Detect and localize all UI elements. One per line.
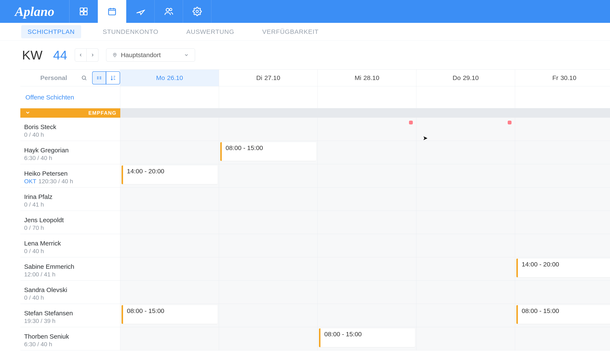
- shift[interactable]: 14:00 - 20:00: [122, 166, 217, 184]
- day-header-fr[interactable]: Fr30.10: [515, 69, 610, 86]
- person-cell[interactable]: Lena Merrick 0 / 40 h: [20, 234, 120, 257]
- next-week-button[interactable]: [87, 49, 98, 62]
- shift-cell[interactable]: [515, 187, 610, 211]
- view-toggle-expand[interactable]: [92, 71, 106, 84]
- view-toggle-sort[interactable]: [106, 71, 120, 84]
- shift-cell[interactable]: [515, 327, 610, 351]
- shift-cell[interactable]: [120, 118, 219, 141]
- shift-cell[interactable]: [219, 164, 318, 187]
- shift-cell[interactable]: [416, 304, 515, 327]
- shift-cell[interactable]: [318, 281, 416, 304]
- nav-dashboard[interactable]: [69, 0, 98, 23]
- person-cell[interactable]: Sabine Emmerich 12:00 / 41 h: [20, 257, 120, 281]
- nav-absences[interactable]: [126, 0, 155, 23]
- shift-cell[interactable]: 08:00 - 15:00: [318, 327, 416, 351]
- day-header-mo[interactable]: Mo26.10: [120, 69, 219, 86]
- shift-cell[interactable]: [416, 234, 515, 257]
- person-cell[interactable]: Sandra Olevski 0 / 40 h: [20, 281, 120, 304]
- shift-cell[interactable]: [416, 164, 515, 187]
- shift-cell[interactable]: [318, 304, 416, 327]
- shift-cell[interactable]: [318, 257, 416, 281]
- shift-cell[interactable]: [416, 327, 515, 351]
- shift-cell[interactable]: [219, 234, 318, 257]
- shift-cell[interactable]: [416, 211, 515, 234]
- shift-cell[interactable]: [219, 304, 318, 327]
- person-cell[interactable]: Thorben Seniuk 6:30 / 40 h: [20, 327, 120, 351]
- person-cell[interactable]: Hayk Gregorian 6:30 / 40 h: [20, 141, 120, 164]
- shift[interactable]: 14:00 - 20:00: [516, 259, 610, 277]
- shift-cell[interactable]: [318, 118, 416, 141]
- shift-cell[interactable]: 08:00 - 15:00: [515, 304, 610, 327]
- week-number: 44: [53, 48, 67, 62]
- shift[interactable]: 08:00 - 15:00: [516, 305, 610, 324]
- shift-cell[interactable]: [416, 141, 515, 164]
- shift-cell[interactable]: [515, 234, 610, 257]
- shift-cell[interactable]: [219, 257, 318, 281]
- shift-cell[interactable]: [515, 141, 610, 164]
- shift-cell[interactable]: [416, 118, 515, 141]
- shift-cell[interactable]: [318, 187, 416, 211]
- shift-cell[interactable]: [120, 211, 219, 234]
- shift-cell[interactable]: [515, 164, 610, 187]
- pin-icon: [112, 52, 117, 58]
- tab-schichtplan[interactable]: SCHICHTPLAN: [21, 25, 81, 38]
- shift[interactable]: 08:00 - 15:00: [220, 142, 316, 161]
- shift-cell[interactable]: [318, 234, 416, 257]
- shift-cell[interactable]: [318, 164, 416, 187]
- person-cell[interactable]: Stefan Stefansen 19:30 / 39 h: [20, 304, 120, 327]
- person-hours: 0 / 70 h: [24, 224, 120, 231]
- day-header-di[interactable]: Di27.10: [219, 69, 318, 86]
- warning-marker: [409, 121, 413, 124]
- shift-cell[interactable]: [219, 118, 318, 141]
- shift-cell[interactable]: [120, 234, 219, 257]
- shift-cell[interactable]: 14:00 - 20:00: [515, 257, 610, 281]
- prev-week-button[interactable]: [75, 49, 87, 62]
- shift-cell[interactable]: [219, 327, 318, 351]
- day-header-do[interactable]: Do29.10: [416, 69, 515, 86]
- shift[interactable]: 08:00 - 15:00: [122, 305, 217, 324]
- shift-cell[interactable]: [515, 211, 610, 234]
- shift-cell[interactable]: [120, 281, 219, 304]
- shift-cell[interactable]: 08:00 - 15:00: [120, 304, 219, 327]
- open-shift-cell[interactable]: [515, 86, 610, 108]
- person-cell[interactable]: Boris Steck 0 / 40 h: [20, 118, 120, 141]
- open-shift-cell[interactable]: [318, 86, 416, 108]
- location-dropdown[interactable]: Hauptstandort: [106, 49, 195, 62]
- person-row: Sandra Olevski 0 / 40 h: [20, 281, 610, 304]
- shift[interactable]: 08:00 - 15:00: [319, 328, 415, 347]
- tab-stundenkonto[interactable]: STUNDENKONTO: [96, 25, 165, 38]
- tab-verfuegbarkeit[interactable]: VERFÜGBARKEIT: [256, 25, 325, 38]
- shift-cell[interactable]: [318, 211, 416, 234]
- shift-cell[interactable]: [416, 281, 515, 304]
- shift-cell[interactable]: [219, 281, 318, 304]
- shift-cell[interactable]: 14:00 - 20:00: [120, 164, 219, 187]
- personal-search[interactable]: Personal: [20, 74, 91, 81]
- day-header-mi[interactable]: Mi28.10: [318, 69, 416, 86]
- shift-cell[interactable]: [515, 281, 610, 304]
- shift-cell[interactable]: [120, 257, 219, 281]
- person-cell[interactable]: Heiko Petersen OKT120:30 / 40 h: [20, 164, 120, 187]
- open-shifts-label[interactable]: Offene Schichten: [20, 86, 120, 108]
- open-shift-cell[interactable]: [416, 86, 515, 108]
- shift-cell[interactable]: [120, 141, 219, 164]
- nav-settings[interactable]: [183, 0, 211, 23]
- shift-cell[interactable]: [318, 141, 416, 164]
- open-shift-cell[interactable]: [120, 86, 219, 108]
- shift-cell[interactable]: [219, 211, 318, 234]
- person-cell[interactable]: Irina Pfalz 0 / 41 h: [20, 187, 120, 211]
- person-cell[interactable]: Jens Leopoldt 0 / 70 h: [20, 211, 120, 234]
- svg-point-6: [170, 8, 172, 11]
- shift-cell[interactable]: [120, 187, 219, 211]
- shift-cell[interactable]: [515, 118, 610, 141]
- group-header-empfang[interactable]: EMPFANG: [20, 108, 120, 118]
- nav-people[interactable]: [155, 0, 183, 23]
- shift-cell[interactable]: [219, 187, 318, 211]
- open-shift-cell[interactable]: [219, 86, 318, 108]
- nav-calendar[interactable]: [98, 0, 126, 23]
- shift-cell[interactable]: [416, 257, 515, 281]
- tab-auswertung[interactable]: AUSWERTUNG: [180, 25, 241, 38]
- shift-cell[interactable]: [416, 187, 515, 211]
- shift-cell[interactable]: [120, 327, 219, 351]
- group-name: EMPFANG: [88, 110, 117, 116]
- shift-cell[interactable]: 08:00 - 15:00: [219, 141, 318, 164]
